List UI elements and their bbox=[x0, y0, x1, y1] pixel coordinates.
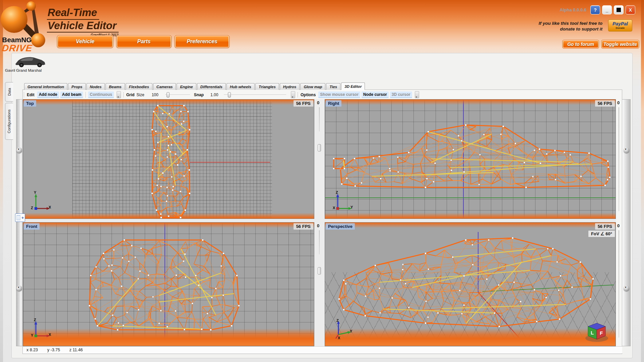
fov-badge: FoV ∠ 60° bbox=[588, 231, 615, 237]
snap-value: 1.00 bbox=[210, 93, 220, 97]
grid-label: Grid bbox=[126, 93, 135, 97]
splitter-slider-thumb[interactable] bbox=[318, 267, 321, 275]
axis-origin-label: Y bbox=[31, 333, 33, 337]
slider-thumb[interactable] bbox=[228, 92, 231, 98]
help-button[interactable]: ? bbox=[590, 5, 600, 14]
axis-up-label: Z bbox=[34, 318, 36, 322]
viewport-perspective[interactable]: Perspective 56 FPS FoV ∠ 60° Z Y X L F bbox=[325, 222, 616, 346]
viewport-front[interactable]: Front 56 FPS Z X Y bbox=[23, 222, 314, 346]
status-y-coordinate: y -3.75 bbox=[47, 348, 60, 352]
viewport-right[interactable]: Right 56 FPS Z Y X bbox=[325, 99, 616, 219]
donate-text: If you like this tool feel free to donat… bbox=[516, 21, 602, 32]
preferences-menu-button[interactable]: Preferences bbox=[175, 35, 230, 48]
splitter-slider[interactable] bbox=[319, 230, 320, 254]
toolbar-overflow-button[interactable] bbox=[291, 91, 295, 98]
left-splitter-column[interactable] bbox=[16, 99, 22, 346]
toggle-website-button[interactable]: Toggle website bbox=[601, 40, 639, 49]
tab-cameras[interactable]: Cameras bbox=[153, 83, 176, 90]
axis-gizmo: Z X Y bbox=[31, 319, 53, 341]
axis-up-label: Z bbox=[336, 318, 339, 322]
editor-toolbar: Edit Add node Add beam Continuous Grid S… bbox=[23, 90, 421, 99]
tab-hub-wheels[interactable]: Hub wheels bbox=[227, 83, 255, 90]
vehicle-menu-button[interactable]: Vehicle bbox=[57, 35, 113, 48]
tab-triangles[interactable]: Triangles bbox=[255, 83, 279, 90]
vehicle-thumbnail[interactable] bbox=[13, 54, 47, 69]
grid-size-slider[interactable] bbox=[165, 92, 190, 98]
view-cube[interactable]: L F bbox=[583, 320, 611, 344]
tab-glow-map[interactable]: Glow map bbox=[300, 83, 325, 90]
tab-flexbodies[interactable]: Flexbodies bbox=[126, 83, 152, 90]
axis-right-label: X bbox=[49, 333, 51, 337]
selection-counter: 0 bbox=[617, 223, 620, 228]
splitter-slider-thumb[interactable] bbox=[318, 144, 321, 152]
viewport-right-label: Right bbox=[326, 100, 341, 107]
sidebar-tab-data[interactable]: Data bbox=[5, 82, 13, 102]
add-beam-button[interactable]: Add beam bbox=[60, 92, 83, 98]
splitter-slider[interactable] bbox=[319, 107, 320, 131]
window-right-border bbox=[641, 0, 644, 362]
collapse-knob-icon[interactable] bbox=[624, 147, 629, 153]
right-scrollbar-column[interactable] bbox=[622, 99, 631, 346]
tab-3d-editor[interactable]: 3D Editor bbox=[341, 82, 365, 90]
collapse-knob-icon[interactable] bbox=[16, 147, 22, 153]
viewport-top-label: Top bbox=[24, 100, 36, 107]
tab-beams[interactable]: Beams bbox=[106, 83, 125, 90]
status-z-coordinate: z 11.46 bbox=[69, 348, 83, 352]
minimize-button[interactable]: _ bbox=[602, 5, 612, 14]
toolbar-overflow-button[interactable] bbox=[117, 91, 121, 98]
status-bar: x 8.23 y -3.75 z 11.46 bbox=[23, 346, 622, 353]
snap-label: Snap bbox=[194, 93, 204, 97]
tab-differentials[interactable]: Differentials bbox=[197, 83, 226, 90]
axis-gizmo: Y X Z bbox=[31, 192, 53, 213]
tab-props[interactable]: Props bbox=[68, 83, 86, 90]
viewport-top[interactable]: Top 56 FPS Y X Z bbox=[23, 99, 314, 219]
close-button[interactable]: X bbox=[626, 5, 635, 14]
fps-badge: 56 FPS bbox=[294, 100, 313, 107]
horizontal-splitter[interactable] bbox=[23, 219, 616, 222]
sidebar-tab-configurations-label: Configurations bbox=[7, 110, 11, 133]
show-mouse-cursor-button[interactable]: Show mouse cursor bbox=[318, 92, 360, 98]
tab-general-information[interactable]: General information bbox=[24, 83, 67, 90]
go-to-forum-button[interactable]: Go to forum bbox=[562, 40, 599, 49]
slider-thumb[interactable] bbox=[167, 92, 170, 98]
collapse-knob-icon[interactable] bbox=[16, 286, 22, 291]
paypal-donate-button[interactable]: PayPal Donate bbox=[608, 19, 632, 32]
parts-menu-button[interactable]: Parts bbox=[116, 35, 172, 48]
vehicle-editor-window: BeamNG DRIVE Real-Time Vehicle Editor Gr… bbox=[0, 0, 644, 362]
size-label: Size bbox=[136, 93, 144, 97]
paypal-logo: PayPal bbox=[613, 21, 628, 26]
options-label: Options bbox=[301, 93, 316, 97]
collapse-knob-icon[interactable] bbox=[624, 286, 629, 291]
tab-hydros[interactable]: Hydros bbox=[280, 83, 300, 90]
toolbar-options-group: Options Show mouse cursor Node cursor 3D… bbox=[297, 91, 421, 99]
sidebar-tab-configurations[interactable]: Configurations bbox=[5, 103, 13, 140]
3d-cursor-button[interactable]: 3D cursor bbox=[390, 92, 412, 98]
toolbar-overflow-button[interactable] bbox=[415, 91, 419, 98]
add-node-button[interactable]: Add node bbox=[37, 92, 59, 98]
add-viewport-button[interactable]: + bbox=[15, 214, 25, 222]
fps-badge: 56 FPS bbox=[294, 223, 313, 230]
wireframe-perspective-view bbox=[325, 223, 616, 346]
tab-ties[interactable]: Ties bbox=[326, 83, 340, 90]
axis-down-label: X bbox=[338, 336, 340, 340]
edit-label: Edit bbox=[27, 93, 35, 97]
viewport-perspective-label: Perspective bbox=[326, 223, 355, 230]
view-cube-left-label: L bbox=[591, 330, 594, 336]
axis-right-label: Y bbox=[350, 205, 353, 209]
wireframe-side-view bbox=[325, 100, 616, 219]
snap-slider[interactable] bbox=[224, 92, 286, 98]
wireframe-front-view bbox=[23, 223, 314, 346]
node-cursor-button[interactable]: Node cursor bbox=[362, 92, 389, 98]
axis-origin-label: Z bbox=[31, 206, 33, 210]
maximize-button[interactable] bbox=[614, 5, 624, 14]
viewport-scrollbar[interactable] bbox=[619, 107, 619, 211]
tab-engine[interactable]: Engine bbox=[177, 83, 196, 90]
continuous-button[interactable]: Continuous bbox=[88, 92, 114, 98]
view-cube-front-label: F bbox=[600, 330, 603, 336]
axis-up-label: Y bbox=[34, 190, 36, 194]
axis-gizmo: Z Y X bbox=[333, 192, 355, 213]
maximize-icon bbox=[617, 8, 621, 12]
tab-nodes[interactable]: Nodes bbox=[86, 83, 105, 90]
window-left-border bbox=[0, 0, 3, 362]
viewport-scrollbar[interactable] bbox=[619, 230, 619, 338]
